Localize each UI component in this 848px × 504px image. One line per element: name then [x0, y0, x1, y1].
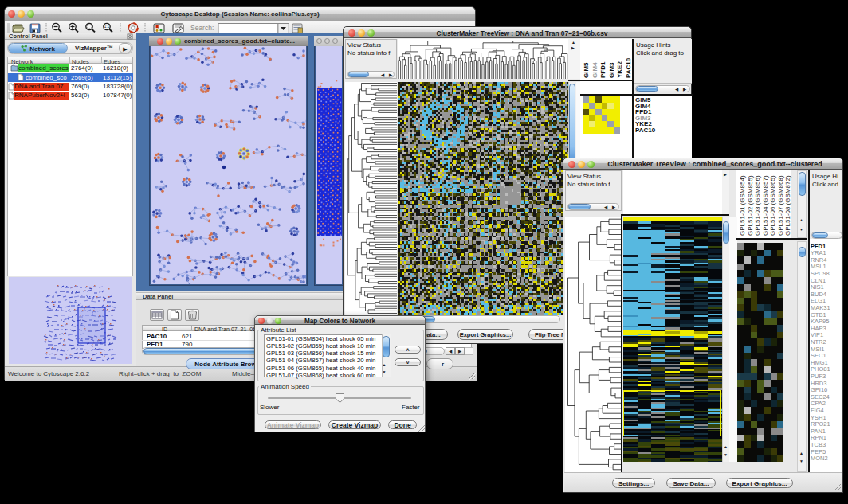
svg-text:Search:: Search:: [190, 24, 214, 32]
svg-text:1:1: 1:1: [104, 25, 110, 29]
